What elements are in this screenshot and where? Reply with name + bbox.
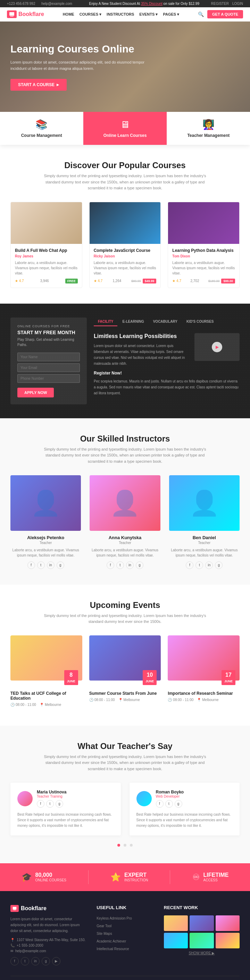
tab-kids[interactable]: KID'S COURSES: [182, 318, 218, 326]
free-month-name-input[interactable]: [18, 353, 80, 361]
course-card-1[interactable]: Build A Full Web Chat App Roy James Labo…: [10, 202, 82, 288]
tab-facility[interactable]: FACILITY: [94, 318, 117, 326]
top-bar-auth: REGISTER LOGIN: [211, 2, 243, 6]
recent-item-3[interactable]: [216, 915, 240, 931]
instructor-role-1: Teacher: [10, 541, 81, 545]
play-button[interactable]: ▶: [212, 342, 222, 352]
nav-courses[interactable]: COURSES ▾: [80, 12, 101, 17]
stat-divider-2: [170, 870, 170, 884]
search-icon[interactable]: 🔍: [198, 11, 204, 17]
tab-elearning[interactable]: E-LEARNING: [118, 318, 148, 326]
linkedin-icon-3[interactable]: in: [205, 562, 213, 569]
footer-google-icon[interactable]: g: [42, 957, 50, 966]
event-location-1: 📍 Melbourne: [40, 703, 61, 706]
feature-card-3[interactable]: 👩‍🏫 Teacher Management: [167, 112, 250, 145]
get-quote-button[interactable]: GET A QUOTE: [207, 10, 243, 18]
apply-button[interactable]: APPLY NOW: [18, 388, 54, 398]
course-rating-1: ★ 4.7: [15, 279, 24, 283]
dot-1[interactable]: [117, 844, 120, 846]
recent-item-4[interactable]: [164, 933, 188, 948]
testimonial-identity-2: Roman Boyko Web Developer f t g: [156, 790, 184, 808]
register-link[interactable]: Register Now!: [94, 371, 240, 375]
linkedin-icon-1[interactable]: in: [47, 562, 54, 569]
course-card-2[interactable]: Complete JavaScript Course Ricky Jaison …: [89, 202, 161, 288]
price-old-3: $189.00: [209, 279, 220, 283]
course-price-2: $89.99 $49.99: [131, 278, 156, 283]
event-card-2[interactable]: 10 JUNE Summer Course Starts From June 🕐…: [89, 635, 161, 710]
facebook-icon-2[interactable]: f: [107, 562, 114, 569]
google-icon-1[interactable]: g: [57, 562, 64, 569]
recent-item-2[interactable]: [189, 915, 213, 931]
promo-link[interactable]: 35% Discount: [141, 2, 162, 6]
testimonial-dots: [10, 842, 240, 848]
start-course-button[interactable]: START A COURSE: [10, 79, 67, 91]
nav-home[interactable]: HOME: [63, 12, 74, 16]
t-facebook-icon-2[interactable]: f: [156, 800, 164, 808]
twitter-icon-3[interactable]: t: [196, 562, 203, 569]
google-icon-2[interactable]: g: [136, 562, 143, 569]
register-link[interactable]: REGISTER: [211, 2, 229, 6]
google-icon-3[interactable]: g: [215, 562, 223, 569]
t-twitter-icon-1[interactable]: t: [46, 800, 54, 808]
t-google-icon-1[interactable]: g: [56, 800, 63, 808]
nav-events[interactable]: EVENTS ▾: [139, 12, 158, 17]
facebook-icon-3[interactable]: f: [186, 562, 193, 569]
course-students-1: 3,946: [40, 279, 49, 283]
footer-email: ✉ help@example.com: [10, 949, 86, 953]
t-google-icon-2[interactable]: g: [175, 800, 182, 808]
event-meta-2: 🕐 08:00 - 11:00 📍 Melbourne: [89, 698, 161, 702]
testimonial-identity-1: Maria Ustinova Teacher Training f t g: [37, 790, 66, 808]
footer-twitter-icon[interactable]: t: [21, 957, 29, 966]
footer-link-2[interactable]: Gear Tool: [97, 924, 111, 928]
footer-links-list: Keyless Admission Pro Gear Tool Site Map…: [97, 915, 153, 951]
logo[interactable]: Bookflare: [7, 10, 44, 18]
footer-linkedin-icon[interactable]: in: [31, 957, 40, 966]
footer-link-3[interactable]: Site Maps: [97, 932, 112, 935]
course-price-1: FREE: [65, 278, 78, 283]
event-card-3[interactable]: 17 JUNE Importance of Research Seminar 🕐…: [168, 635, 240, 710]
hero-content: Learning Courses Online Lorem ipsum dolo…: [10, 43, 156, 90]
footer-link-4[interactable]: Academic Achiever: [97, 939, 126, 943]
dot-2[interactable]: [124, 844, 126, 846]
twitter-icon-1[interactable]: t: [37, 562, 45, 569]
free-month-email-input[interactable]: [18, 363, 80, 372]
stat-number-2: EXPERT: [124, 872, 148, 878]
feature-title-2: Online Learn Courses: [89, 133, 161, 138]
footer-link-5[interactable]: Intellectual Resource: [97, 947, 129, 951]
recent-item-1[interactable]: [164, 915, 188, 931]
course-price-3: $189.00 $99.00: [209, 278, 235, 283]
free-month-extra-input[interactable]: [18, 374, 80, 383]
footer-bottom: © 2019 Bookflare. All Rights Reserved.: [10, 976, 240, 980]
instructor-name-2: Anna Kunytska: [89, 535, 160, 540]
nav-instructors[interactable]: INSTRUCTORS: [107, 12, 134, 16]
t-facebook-icon-1[interactable]: f: [37, 800, 45, 808]
dot-3[interactable]: [130, 844, 133, 846]
event-card-1[interactable]: 8 JUNE TED Talks at UCF College of Educa…: [10, 635, 82, 710]
feature-card-1[interactable]: 📚 Course Management: [0, 112, 83, 145]
hero-section: Learning Courses Online Lorem ipsum dolo…: [0, 22, 250, 112]
events-section: Upcoming Events Simply dummy text of the…: [0, 585, 250, 726]
footer-facebook-icon[interactable]: f: [10, 957, 19, 966]
footer-youtube-icon[interactable]: ▶: [52, 957, 61, 966]
linkedin-icon-2[interactable]: in: [126, 562, 134, 569]
twitter-icon-2[interactable]: t: [116, 562, 124, 569]
nav-links: HOME COURSES ▾ INSTRUCTORS EVENTS ▾ PAGE…: [63, 12, 180, 17]
recent-item-6[interactable]: [216, 933, 240, 948]
facebook-icon-1[interactable]: f: [27, 562, 35, 569]
login-link[interactable]: LOGIN: [232, 2, 243, 6]
video-thumbnail[interactable]: ▶: [194, 333, 240, 361]
testimonial-card-2: Roman Boyko Web Developer f t g Best Rat…: [129, 783, 240, 835]
free-month-sub: Play Sharp. Get ahead with Learning Path…: [18, 337, 80, 347]
stat-label-1: ONLINE COURSES: [35, 878, 66, 882]
feature-card-2[interactable]: 🖥 Online Learn Courses: [83, 112, 167, 145]
footer-link-item-1: Keyless Admission Pro: [97, 915, 153, 921]
promo-text: Enjoy A New Student Discount At 35% Disc…: [89, 2, 199, 6]
tab-vocabulary[interactable]: VOCABULARY: [149, 318, 182, 326]
nav-pages[interactable]: PAGES ▾: [163, 12, 179, 17]
footer-link-1[interactable]: Keyless Admission Pro: [97, 916, 132, 920]
show-more-link[interactable]: SHOW MORE ▶: [189, 951, 215, 955]
t-twitter-icon-2[interactable]: t: [165, 800, 173, 808]
course-card-3[interactable]: Learning Python Data Analysis Tom Dixon …: [168, 202, 240, 288]
course-thumb-1: [11, 202, 82, 244]
recent-item-5[interactable]: [189, 933, 213, 948]
